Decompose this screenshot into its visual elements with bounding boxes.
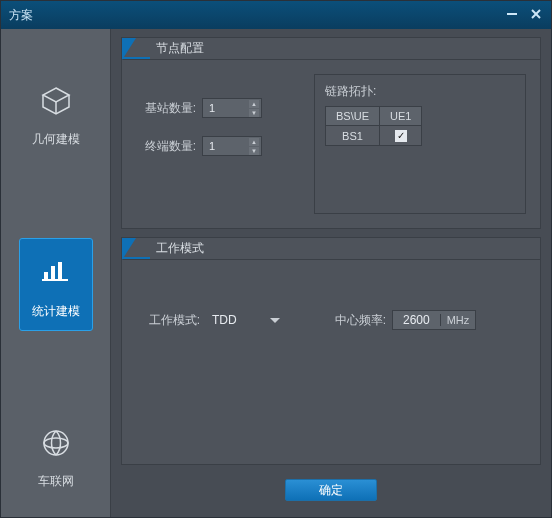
bs-count-field: 基站数量: 1 ▲▼ xyxy=(136,98,296,118)
spin-down-icon[interactable]: ▼ xyxy=(249,109,259,117)
sidebar-item-label: 统计建模 xyxy=(32,303,80,320)
cube-icon xyxy=(34,79,78,123)
section-header: 节点配置 xyxy=(122,38,540,60)
section-title: 工作模式 xyxy=(156,240,204,257)
center-freq-value: 2600 xyxy=(393,313,440,327)
link-checkbox[interactable]: ✓ xyxy=(395,130,407,142)
bar-chart-icon xyxy=(34,249,78,293)
work-mode-value: TDD xyxy=(212,313,237,327)
footer: 确定 xyxy=(121,473,541,507)
svg-marker-3 xyxy=(43,88,69,102)
section-header: 工作模式 xyxy=(122,238,540,260)
minimize-button[interactable] xyxy=(505,7,519,24)
center-freq-field: 中心频率: 2600 MHz xyxy=(326,310,476,330)
spin-up-icon[interactable]: ▲ xyxy=(249,100,259,108)
window-title: 方案 xyxy=(9,7,33,24)
window-controls xyxy=(505,7,543,24)
app-window: 方案 几何建模 xyxy=(0,0,552,518)
svg-rect-5 xyxy=(44,272,48,280)
svg-rect-6 xyxy=(51,266,55,280)
spin-down-icon[interactable]: ▼ xyxy=(249,147,259,155)
bs-count-value: 1 xyxy=(209,102,215,114)
work-mode-dropdown[interactable]: TDD xyxy=(206,310,286,330)
sidebar-item-geometry[interactable]: 几何建模 xyxy=(18,79,94,148)
section-title: 节点配置 xyxy=(156,40,204,57)
sidebar-item-label: 几何建模 xyxy=(32,131,80,148)
center-freq-unit: MHz xyxy=(440,314,476,326)
link-topology-table: BS\UE UE1 BS1 ✓ xyxy=(325,106,422,146)
ue-count-spinner[interactable]: 1 ▲▼ xyxy=(202,136,262,156)
main-panel: 节点配置 基站数量: 1 ▲▼ 终端数量: xyxy=(111,29,551,517)
link-topology-label: 链路拓扑: xyxy=(325,83,515,100)
close-button[interactable] xyxy=(529,7,543,24)
titlebar: 方案 xyxy=(1,1,551,29)
link-topology-panel: 链路拓扑: BS\UE UE1 BS1 ✓ xyxy=(314,74,526,214)
ue-count-field: 终端数量: 1 ▲▼ xyxy=(136,136,296,156)
ue-count-value: 1 xyxy=(209,140,215,152)
bs-count-label: 基站数量: xyxy=(136,100,196,117)
sidebar-item-label: 车联网 xyxy=(38,473,74,490)
spin-up-icon[interactable]: ▲ xyxy=(249,138,259,146)
vehicle-network-icon xyxy=(34,421,78,465)
section-work-mode: 工作模式 工作模式: TDD 中心频率: 2600 xyxy=(121,237,541,465)
bs-count-spinner[interactable]: 1 ▲▼ xyxy=(202,98,262,118)
ue-count-label: 终端数量: xyxy=(136,138,196,155)
work-mode-label: 工作模式: xyxy=(140,312,200,329)
svg-point-9 xyxy=(44,431,68,455)
svg-rect-7 xyxy=(58,262,62,280)
section-node-config: 节点配置 基站数量: 1 ▲▼ 终端数量: xyxy=(121,37,541,229)
table-corner-cell: BS\UE xyxy=(326,107,380,126)
svg-point-10 xyxy=(44,438,68,448)
sidebar-item-statistics[interactable]: 统计建模 xyxy=(19,238,93,331)
ok-button[interactable]: 确定 xyxy=(285,479,377,501)
center-freq-label: 中心频率: xyxy=(326,312,386,329)
work-mode-field: 工作模式: TDD xyxy=(140,310,286,330)
table-col-header: UE1 xyxy=(380,107,422,126)
chevron-down-icon xyxy=(270,318,280,323)
sidebar: 几何建模 统计建模 xyxy=(1,29,111,517)
table-row-header: BS1 xyxy=(326,126,380,146)
sidebar-item-v2x[interactable]: 车联网 xyxy=(18,421,94,490)
center-freq-input[interactable]: 2600 MHz xyxy=(392,310,476,330)
